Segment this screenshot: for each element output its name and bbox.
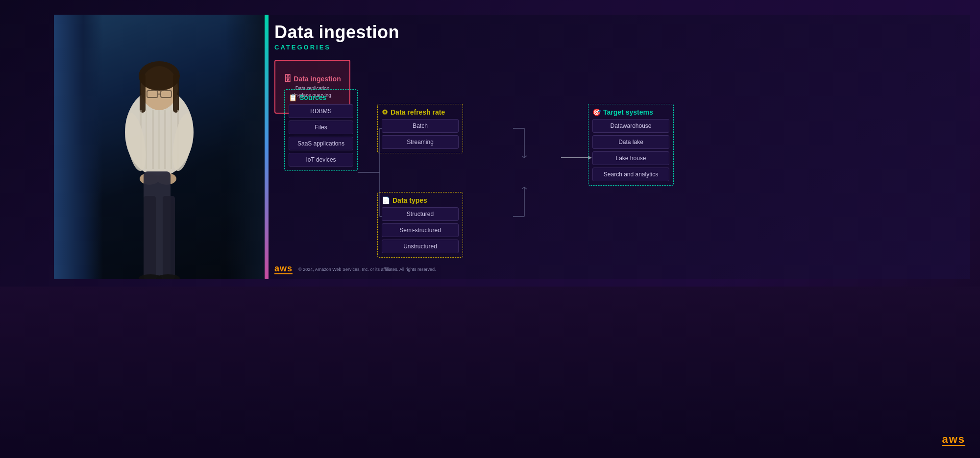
datatypes-icon: 📄 bbox=[382, 196, 390, 204]
refresh-label: ⚙ Data refresh rate bbox=[382, 108, 459, 116]
svg-rect-12 bbox=[164, 110, 166, 169]
video-panel bbox=[54, 15, 265, 279]
svg-rect-13 bbox=[171, 110, 172, 169]
target-systems-box: 🎯 Target systems Datawarehouse Data lake… bbox=[588, 104, 674, 186]
aws-logo: aws bbox=[274, 264, 293, 274]
refresh-item-batch: Batch bbox=[382, 119, 459, 133]
datatypes-label: 📄 Data types bbox=[382, 196, 459, 204]
slide-footer: aws © 2024, Amazon Web Services, Inc. or… bbox=[274, 264, 965, 274]
refresh-icon: ⚙ bbox=[382, 108, 388, 116]
aws-watermark-text: aws bbox=[942, 434, 965, 445]
target-item-datawarehouse: Datawarehouse bbox=[592, 119, 669, 133]
sources-label: 📋 Sources bbox=[289, 94, 353, 101]
target-icon: 🎯 bbox=[592, 108, 601, 116]
datatypes-item-structured: Structured bbox=[382, 207, 459, 221]
bottom-area bbox=[0, 287, 980, 458]
ingestion-icon: 🗄 bbox=[284, 74, 292, 83]
aws-text: aws bbox=[274, 264, 293, 273]
svg-rect-21 bbox=[163, 196, 175, 279]
presenter-silhouette bbox=[91, 34, 228, 279]
sources-item-files: Files bbox=[289, 121, 353, 134]
curtain-right bbox=[225, 15, 265, 279]
svg-rect-9 bbox=[146, 110, 147, 169]
target-item-datalake: Data lake bbox=[592, 135, 669, 149]
svg-line-39 bbox=[522, 187, 524, 189]
slide-title: Data ingestion bbox=[274, 22, 965, 43]
svg-rect-10 bbox=[152, 110, 154, 169]
svg-line-36 bbox=[524, 156, 527, 158]
diagram: 📋 Sources RDBMS Files SaaS applications … bbox=[274, 60, 965, 275]
aws-watermark: aws bbox=[942, 434, 965, 446]
video-background bbox=[54, 15, 265, 279]
refresh-item-streaming: Streaming bbox=[382, 135, 459, 149]
datatypes-item-unstructured: Unstructured bbox=[382, 240, 459, 253]
data-types-box: 📄 Data types Structured Semi-structured … bbox=[377, 192, 463, 258]
sources-icon: 📋 bbox=[289, 94, 297, 101]
svg-line-40 bbox=[524, 187, 527, 189]
target-item-lakehouse: Lake house bbox=[592, 151, 669, 165]
sources-item-saas: SaaS applications bbox=[289, 137, 353, 150]
outer-wrapper: Data ingestion CATEGORIES bbox=[0, 0, 980, 458]
target-label: 🎯 Target systems bbox=[592, 108, 669, 116]
svg-rect-3 bbox=[140, 73, 146, 113]
slide-subtitle: CATEGORIES bbox=[274, 44, 965, 51]
sources-item-rdbms: RDBMS bbox=[289, 104, 353, 118]
datatypes-item-semi: Semi-structured bbox=[382, 223, 459, 237]
copyright-text: © 2024, Amazon Web Services, Inc. or its… bbox=[298, 267, 436, 272]
aws-underline bbox=[274, 273, 293, 274]
ingestion-title: 🗄 Data ingestion bbox=[284, 74, 341, 83]
sources-item-iot: IoT devices bbox=[289, 153, 353, 167]
svg-rect-11 bbox=[158, 110, 160, 169]
slide-panel: Data ingestion CATEGORIES bbox=[265, 15, 970, 279]
refresh-rate-box: ⚙ Data refresh rate Batch Streaming bbox=[377, 104, 463, 153]
target-item-search: Search and analytics bbox=[592, 168, 669, 181]
sources-box: 📋 Sources RDBMS Files SaaS applications … bbox=[284, 89, 358, 171]
svg-rect-4 bbox=[173, 73, 179, 113]
svg-rect-20 bbox=[144, 196, 156, 279]
svg-line-35 bbox=[522, 156, 524, 158]
slide-left-bar bbox=[265, 15, 269, 279]
slide-content: Data ingestion CATEGORIES bbox=[274, 22, 965, 272]
